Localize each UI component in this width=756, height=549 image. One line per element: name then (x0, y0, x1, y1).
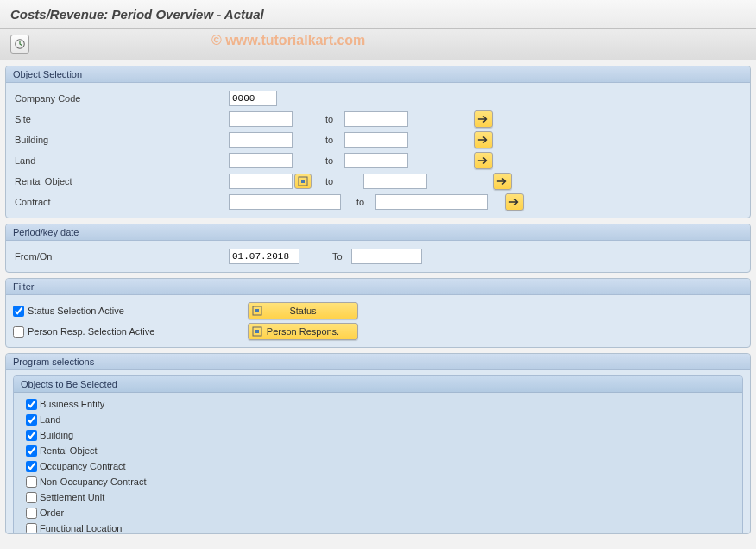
period-box: Period/key date From/On To (5, 224, 751, 273)
rental-object-checkbox[interactable] (26, 445, 37, 457)
lookup-icon (252, 326, 262, 337)
settlement-unit-checkbox[interactable] (26, 492, 37, 503)
clock-execute-icon (14, 38, 26, 50)
object-selection-box: Object Selection Company Code Site to Bu… (5, 66, 751, 218)
rental-object-label: Rental Object (13, 176, 229, 186)
person-button-label: Person Respons. (267, 326, 339, 337)
objects-header: Objects to Be Selected (14, 376, 742, 393)
contract-row: Contract to (13, 192, 743, 212)
land-checkbox[interactable] (26, 414, 37, 426)
execute-button[interactable] (10, 35, 29, 54)
land-to-input[interactable] (344, 153, 408, 168)
rental-object-input[interactable] (229, 174, 293, 189)
rental-object-checklabel: Rental Object (40, 445, 98, 456)
list-item: Order (21, 505, 735, 521)
filter-body: Status Selection Active Status Person Re… (6, 295, 750, 347)
land-checklabel: Land (40, 414, 60, 425)
status-selection-checkbox[interactable] (13, 306, 24, 317)
list-item: Land (21, 412, 735, 427)
business-entity-label: Business Entity (40, 399, 104, 409)
from-label: From/On (13, 251, 229, 262)
building-input[interactable] (229, 132, 293, 148)
contract-range-button[interactable] (505, 193, 524, 211)
functional-location-checkbox[interactable] (26, 523, 37, 534)
program-body: Objects to Be Selected Business Entity L… (6, 370, 750, 534)
building-row: Building to (13, 129, 743, 150)
functional-location-label: Functional Location (40, 523, 122, 533)
site-label: Site (13, 114, 229, 124)
company-code-row: Company Code (13, 88, 743, 109)
building-checkbox[interactable] (26, 430, 37, 441)
site-to-label: to (293, 114, 344, 124)
rental-object-row: Rental Object to (13, 171, 743, 192)
order-checkbox[interactable] (26, 508, 37, 519)
program-box: Program selections Objects to Be Selecte… (5, 353, 751, 534)
period-body: From/On To (6, 241, 750, 272)
list-item: Business Entity (21, 396, 735, 412)
land-range-button[interactable] (474, 152, 493, 169)
list-item: Occupancy Contract (21, 458, 735, 474)
land-label: Land (13, 155, 229, 166)
land-input[interactable] (229, 153, 293, 168)
arrow-right-icon (508, 197, 520, 207)
company-code-label: Company Code (13, 93, 229, 104)
to-date-input[interactable] (351, 249, 422, 264)
building-label: Building (13, 135, 229, 145)
building-to-input[interactable] (344, 132, 408, 148)
status-selection-label: Status Selection Active (28, 306, 124, 316)
page-title: Costs/Revenue: Period Overview - Actual (10, 7, 264, 22)
to-label: To (299, 251, 351, 262)
site-range-button[interactable] (474, 110, 493, 128)
arrow-right-icon (477, 114, 489, 124)
business-entity-checkbox[interactable] (26, 399, 37, 410)
main-area: Object Selection Company Code Site to Bu… (0, 60, 756, 545)
settlement-unit-label: Settlement Unit (40, 492, 104, 502)
order-label: Order (40, 508, 64, 518)
arrow-right-icon (477, 135, 489, 145)
list-item: Functional Location (21, 521, 735, 534)
building-checklabel: Building (40, 430, 73, 440)
objects-body: Business Entity Land Building Rental Obj… (14, 393, 742, 534)
building-range-button[interactable] (474, 131, 493, 148)
arrow-right-icon (496, 176, 508, 186)
non-occupancy-contract-checkbox[interactable] (26, 476, 37, 488)
object-selection-body: Company Code Site to Building to (6, 83, 750, 218)
period-row: From/On To (13, 246, 743, 267)
building-to-label: to (293, 135, 344, 145)
svg-rect-2 (301, 180, 305, 183)
rental-object-range-button[interactable] (493, 173, 512, 190)
list-item: Building (21, 427, 735, 443)
contract-to-input[interactable] (375, 194, 488, 210)
contract-to-label: to (341, 197, 375, 207)
list-item: Non-Occupancy Contract (21, 474, 735, 489)
arrow-right-icon (477, 155, 489, 166)
land-to-label: to (293, 155, 344, 166)
land-row: Land to (13, 150, 743, 171)
contract-label: Contract (13, 197, 229, 207)
from-date-input[interactable] (229, 249, 299, 264)
program-header: Program selections (6, 354, 750, 370)
site-input[interactable] (229, 111, 293, 127)
filter-header: Filter (6, 279, 750, 295)
objects-box: Objects to Be Selected Business Entity L… (13, 375, 743, 534)
occupancy-contract-checkbox[interactable] (26, 461, 37, 472)
list-item: Rental Object (21, 443, 735, 458)
rental-object-help-button[interactable] (294, 174, 312, 189)
occupancy-contract-label: Occupancy Contract (40, 461, 126, 471)
status-row: Status Selection Active Status (13, 300, 743, 321)
filter-box: Filter Status Selection Active Status Pe… (5, 278, 751, 348)
person-selection-label: Person Resp. Selection Active (28, 326, 154, 337)
person-button[interactable]: Person Respons. (248, 323, 358, 340)
contract-input[interactable] (229, 194, 341, 210)
svg-rect-6 (255, 330, 259, 333)
person-selection-checkbox[interactable] (13, 326, 24, 338)
non-occupancy-contract-label: Non-Occupancy Contract (40, 476, 147, 487)
toolbar-strip (0, 29, 756, 60)
status-button[interactable]: Status (248, 302, 358, 319)
site-to-input[interactable] (344, 111, 408, 127)
status-button-label: Status (289, 306, 316, 316)
title-bar: Costs/Revenue: Period Overview - Actual (0, 0, 756, 29)
rental-object-to-input[interactable] (363, 174, 427, 189)
lookup-icon (252, 306, 262, 316)
company-code-input[interactable] (229, 91, 277, 106)
